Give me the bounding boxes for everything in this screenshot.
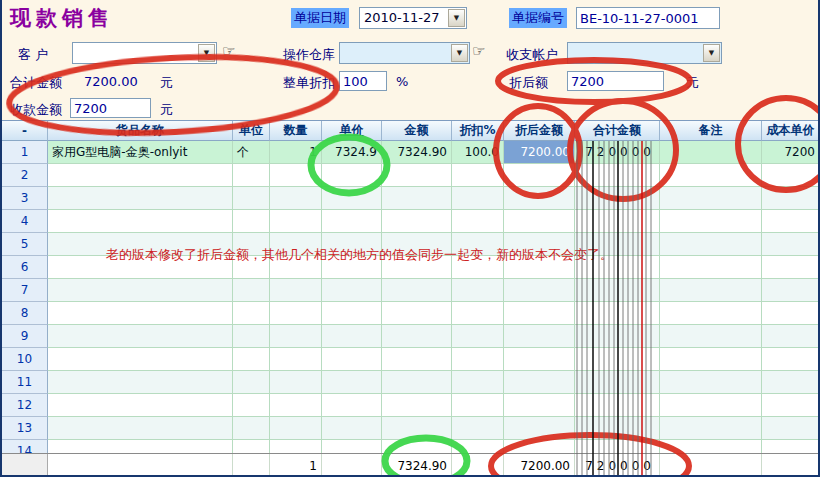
empty-cell[interactable] [504,164,575,187]
cell-discount-pct[interactable]: 100.0 [452,141,504,164]
row-number[interactable]: 2 [2,164,48,187]
cell-after-discount-selected[interactable]: 7200.00 [504,141,575,164]
empty-cell[interactable] [660,164,762,187]
empty-cell[interactable] [270,187,322,210]
empty-cell[interactable] [504,417,575,440]
empty-cell[interactable] [660,325,762,348]
empty-cell[interactable] [762,417,820,440]
cell-qty[interactable]: 1 [270,141,322,164]
cell-unit-price[interactable]: 7324.9 [322,141,382,164]
empty-cell[interactable] [322,164,382,187]
empty-cell[interactable] [270,394,322,417]
order-discount-input[interactable] [339,71,387,91]
empty-cell[interactable] [504,187,575,210]
cell-amount[interactable]: 7324.90 [382,141,452,164]
empty-cell[interactable] [233,210,270,233]
empty-cell[interactable] [762,371,820,394]
empty-cell[interactable] [322,348,382,371]
empty-cell[interactable] [660,417,762,440]
empty-cell[interactable] [575,325,660,348]
empty-cell[interactable] [504,394,575,417]
empty-cell[interactable] [762,302,820,325]
customer-lookup-hand-icon[interactable]: ☞ [222,42,235,60]
empty-cell[interactable] [452,210,504,233]
empty-cell[interactable] [452,325,504,348]
empty-cell[interactable] [48,371,233,394]
empty-cell[interactable] [660,210,762,233]
chevron-down-icon[interactable]: ▼ [703,44,720,62]
empty-cell[interactable] [762,394,820,417]
empty-cell[interactable] [504,325,575,348]
cell-cost-price[interactable]: 7200 [762,141,820,164]
empty-cell[interactable] [575,394,660,417]
empty-cell[interactable] [270,325,322,348]
chevron-down-icon[interactable]: ▼ [198,44,215,62]
empty-cell[interactable] [48,348,233,371]
empty-cell[interactable] [452,417,504,440]
empty-cell[interactable] [322,279,382,302]
chevron-down-icon[interactable]: ▼ [448,9,465,27]
empty-cell[interactable] [762,279,820,302]
empty-cell[interactable] [322,302,382,325]
empty-cell[interactable] [762,210,820,233]
account-select[interactable]: ▼ [567,42,722,64]
empty-cell[interactable] [270,417,322,440]
empty-cell[interactable] [504,371,575,394]
warehouse-lookup-hand-icon[interactable]: ☞ [472,42,485,60]
empty-cell[interactable] [575,210,660,233]
empty-cell[interactable] [233,325,270,348]
empty-cell[interactable] [660,279,762,302]
row-number[interactable]: 12 [2,394,48,417]
empty-cell[interactable] [48,394,233,417]
empty-cell[interactable] [504,279,575,302]
empty-cell[interactable] [382,279,452,302]
empty-cell[interactable] [762,233,820,256]
empty-cell[interactable] [452,302,504,325]
empty-cell[interactable] [575,279,660,302]
doc-date-select[interactable]: 2010-11-27 ▼ [359,7,467,29]
empty-cell[interactable] [452,279,504,302]
empty-cell[interactable] [270,302,322,325]
row-number[interactable]: 13 [2,417,48,440]
empty-cell[interactable] [48,302,233,325]
customer-select[interactable]: ▼ [72,42,217,64]
row-number[interactable]: 4 [2,210,48,233]
row-number[interactable]: 10 [2,348,48,371]
empty-cell[interactable] [322,394,382,417]
empty-cell[interactable] [322,371,382,394]
cell-product-name[interactable]: 家用G型电脑-金奥-onlyit [48,141,233,164]
empty-cell[interactable] [233,371,270,394]
row-number[interactable]: 8 [2,302,48,325]
empty-cell[interactable] [270,164,322,187]
empty-cell[interactable] [762,348,820,371]
empty-cell[interactable] [233,394,270,417]
empty-cell[interactable] [270,210,322,233]
empty-cell[interactable] [48,187,233,210]
empty-cell[interactable] [382,371,452,394]
row-number[interactable]: 5 [2,233,48,256]
empty-cell[interactable] [48,417,233,440]
empty-cell[interactable] [575,348,660,371]
empty-cell[interactable] [382,394,452,417]
empty-cell[interactable] [575,187,660,210]
empty-cell[interactable] [382,348,452,371]
empty-cell[interactable] [233,348,270,371]
empty-cell[interactable] [660,302,762,325]
empty-cell[interactable] [48,164,233,187]
empty-cell[interactable] [322,187,382,210]
doc-no-input[interactable] [576,7,720,29]
chevron-down-icon[interactable]: ▼ [451,44,468,62]
after-discount-input[interactable] [567,71,664,91]
empty-cell[interactable] [270,279,322,302]
empty-cell[interactable] [660,371,762,394]
empty-cell[interactable] [382,210,452,233]
empty-cell[interactable] [233,302,270,325]
row-number[interactable]: 6 [2,256,48,279]
empty-cell[interactable] [504,302,575,325]
row-number[interactable]: 1 [2,141,48,164]
empty-cell[interactable] [270,371,322,394]
empty-cell[interactable] [322,210,382,233]
empty-cell[interactable] [233,279,270,302]
empty-cell[interactable] [233,187,270,210]
empty-cell[interactable] [382,302,452,325]
